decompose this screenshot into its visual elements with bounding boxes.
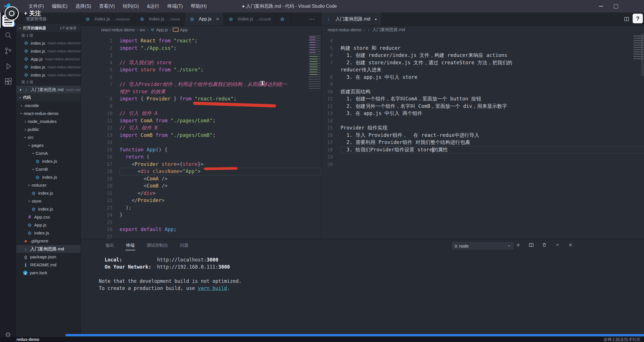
tree-folder[interactable]: .vscode xyxy=(16,102,81,110)
tree-file[interactable]: ℹREADME.md xyxy=(16,261,81,269)
maximize-panel-button[interactable] xyxy=(555,242,560,248)
extensions-activity-button[interactable] xyxy=(0,74,16,89)
code-line[interactable]: 22 </Provider> xyxy=(81,197,321,204)
terminal-link[interactable]: yarn build xyxy=(198,285,227,291)
code-line[interactable]: 11 1. 创建一个组件，名字叫ComA，里面放一个 button 按钮 xyxy=(321,95,644,103)
tree-folder[interactable]: react-redux-demo xyxy=(16,110,81,118)
code-line[interactable]: 7 2. 创建 store/index.js 文件，通过 createStore… xyxy=(321,59,644,67)
editor-tab[interactable]: ⚙ xyxy=(276,13,291,26)
code-line[interactable]: 2import "./App.css"; xyxy=(81,45,321,52)
streamer-avatar[interactable] xyxy=(5,6,19,20)
code-line[interactable]: 13 3. 在 app.js 中引入 两个组件 xyxy=(321,110,644,117)
new-terminal-button[interactable] xyxy=(516,242,521,248)
tree-file[interactable]: ⚙index.js xyxy=(16,157,81,165)
code-line[interactable]: 24} xyxy=(81,211,321,219)
breadcrumb-item[interactable]: ⚙App.js xyxy=(150,27,168,32)
tree-file[interactable]: ⚙App.js xyxy=(16,221,81,229)
code-line[interactable]: 26export default App; xyxy=(81,226,321,233)
code-line[interactable]: 16 return ( xyxy=(81,153,321,161)
menu-item[interactable]: 选择(S) xyxy=(71,2,95,11)
tree-file[interactable]: ⚙index.js xyxy=(16,229,81,237)
open-editor-item[interactable]: ●↓入门案例思路.mdreact-redu... xyxy=(16,86,81,94)
breadcrumb-item[interactable]: react-redux-demo xyxy=(328,27,361,32)
open-editors-header[interactable]: 打开的编辑器 1个未保存 xyxy=(16,24,81,32)
minimap[interactable] xyxy=(309,36,321,89)
code-line[interactable]: 5import store from "./store"; xyxy=(81,66,321,74)
open-editor-item[interactable]: ⚙index.jsreact-redux-demo\sr... xyxy=(16,39,81,47)
close-panel-button[interactable] xyxy=(568,242,573,248)
split-editor-button[interactable] xyxy=(624,16,629,22)
panel-tab[interactable]: 输出 xyxy=(105,240,115,250)
code-line[interactable]: 20 xyxy=(321,161,644,168)
tree-folder[interactable]: src xyxy=(16,133,81,141)
code-line[interactable]: 10搭建页面结构 xyxy=(321,88,644,96)
code-line[interactable]: 19 xyxy=(321,153,644,161)
code-line[interactable]: 5构建 store 和 reducer xyxy=(321,45,644,52)
panel-tab[interactable]: 调试控制台 xyxy=(146,240,169,250)
code-line[interactable]: 23 ); xyxy=(81,204,321,212)
code-line[interactable]: 15Provider 组件实现 xyxy=(321,124,644,132)
workspace-folder-redux-demo[interactable]: redux-demo xyxy=(17,337,39,342)
code-line[interactable]: 21 </div> xyxy=(81,190,321,197)
open-editor-item[interactable]: ⚙index.jsreact-redux-demo\sr... xyxy=(16,63,81,71)
code-line[interactable]: 18 <div className="App"> xyxy=(81,168,321,175)
code-line[interactable]: 12 2. 创建另外一个组件，名字叫 ComB，里面放一个 div，用来显示数字 xyxy=(321,103,644,110)
menu-item[interactable]: 终端(T) xyxy=(163,2,187,11)
tree-file[interactable]: yyarn.lock xyxy=(16,269,81,277)
code-line[interactable]: 6 xyxy=(81,74,321,81)
source-control-activity-button[interactable] xyxy=(0,43,16,59)
run-debug-activity-button[interactable] xyxy=(0,59,16,74)
tree-folder[interactable]: node_modules xyxy=(16,118,81,125)
panel-tab[interactable]: 问题 xyxy=(179,240,189,250)
split-terminal-button[interactable] xyxy=(529,242,534,248)
code-line[interactable]: 27 xyxy=(81,233,321,239)
kill-terminal-button[interactable] xyxy=(542,242,547,248)
tree-file[interactable]: ⚙index.js xyxy=(16,205,81,213)
code-line[interactable]: 维护 stroe 的效果 xyxy=(81,88,321,96)
restore-button[interactable] xyxy=(612,2,620,11)
open-editor-item[interactable]: ⚙index.jsreact-redux-demo\sr... xyxy=(16,47,81,55)
code-line[interactable]: 14 xyxy=(321,117,644,125)
tree-folder[interactable]: ComA xyxy=(16,149,81,157)
editor-tab[interactable]: ↓入门案例思路.md● xyxy=(321,13,382,26)
workspace-section-header[interactable]: 代码 xyxy=(16,94,81,102)
tree-folder[interactable]: reducer xyxy=(16,181,81,189)
breadcrumb-item[interactable]: react-redux-demo xyxy=(101,27,135,32)
editor-tab[interactable]: ⚙index.js...\store xyxy=(135,13,185,26)
tree-folder[interactable]: pages xyxy=(16,141,81,149)
code-line[interactable]: 14 xyxy=(81,139,321,146)
code-line[interactable]: 12// 引入 组件 B xyxy=(81,124,321,132)
close-tab-icon[interactable]: × xyxy=(216,16,219,22)
code-line[interactable]: 4 xyxy=(321,37,644,45)
menu-item[interactable]: 帮助(H) xyxy=(187,2,211,11)
breadcrumb-item[interactable]: App xyxy=(173,27,188,32)
code-line[interactable]: 18 3. 给我们Provider组件设置 store的属性 xyxy=(321,146,644,154)
code-line[interactable]: 7// 导入Provider组件，利用这个组件包裹我们的结构，从而能够达到统一 xyxy=(81,81,321,88)
code-line[interactable]: 8import { Provider } from "react-redux"; xyxy=(81,95,321,103)
settings-gear-button[interactable] xyxy=(4,331,12,340)
menu-item[interactable]: 编辑(E) xyxy=(48,2,71,11)
code-line[interactable]: 11import ComA from "./pages/ComA"; xyxy=(81,117,321,125)
code-line[interactable]: 10// 引入 组件 A xyxy=(81,110,321,117)
vertical-scrollbar[interactable] xyxy=(641,33,644,76)
menu-item[interactable]: 查看(V) xyxy=(95,2,119,11)
code-line[interactable]: 6 1. 创建 reducer/index.js 文件，构建 reducer来响… xyxy=(321,52,644,59)
tree-file[interactable]: ⚙index.js xyxy=(16,173,81,181)
terminal-output[interactable]: Local: http://localhost:3000 On Your Net… xyxy=(81,251,644,292)
menu-item[interactable]: 转到(G) xyxy=(119,2,143,11)
code-line[interactable]: 19 <ComA /> xyxy=(81,175,321,183)
search-activity-button[interactable] xyxy=(0,28,16,43)
editor-tab[interactable]: ⚙index.js...\reducer xyxy=(81,13,135,26)
follow-button[interactable]: + 关注 xyxy=(24,9,41,17)
tree-file[interactable]: ↓入门案例思路.md xyxy=(16,245,81,253)
minimize-button[interactable] xyxy=(597,2,605,11)
tree-file[interactable]: ⚙index.js xyxy=(16,189,81,197)
code-line[interactable]: 1import React from "react"; xyxy=(81,37,321,45)
panel-tab[interactable]: 终端 xyxy=(126,240,135,250)
code-line[interactable]: 17 <Provider store={store}> xyxy=(81,161,321,168)
code-line[interactable]: reducer传入进来 xyxy=(321,66,644,74)
tree-folder[interactable]: store xyxy=(16,197,81,205)
more-actions-button[interactable]: ⋯ xyxy=(309,15,315,23)
help-button[interactable]: ? xyxy=(633,14,643,23)
tree-file[interactable]: ◆.gitignore xyxy=(16,237,81,245)
